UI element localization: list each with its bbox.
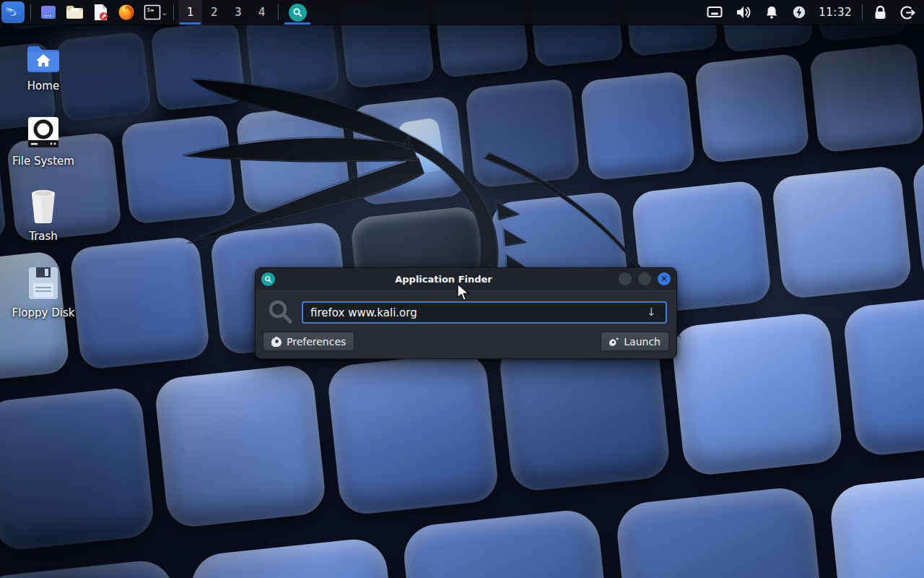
wallpaper-cube (912, 150, 924, 285)
preferences-label: Preferences (287, 336, 346, 348)
close-icon: ✕ (661, 274, 668, 284)
wallpaper-cube (188, 536, 403, 578)
maximize-button[interactable] (638, 272, 651, 285)
trash-can-icon (27, 188, 59, 224)
show-desktop-icon (40, 4, 57, 21)
svg-text:$: $ (147, 7, 151, 13)
text-editor-button[interactable] (88, 0, 113, 25)
power-manager-icon (792, 5, 806, 20)
applications-menu-button[interactable] (0, 0, 26, 25)
logout-icon (900, 5, 915, 20)
panel-separator (173, 4, 174, 20)
desktop-icon-file-system[interactable]: File System (6, 113, 81, 168)
launch-icon (609, 337, 619, 347)
file-manager-icon (66, 4, 84, 20)
network-icon (707, 6, 723, 19)
titlebar[interactable]: Application Finder ✕ (256, 268, 676, 290)
panel-separator (862, 4, 863, 20)
command-input[interactable] (302, 301, 667, 324)
firefox-button[interactable] (113, 0, 139, 25)
launch-label: Launch (624, 336, 661, 348)
dialog-body: ↓ Preferences Launch (256, 290, 676, 359)
volume-tray-button[interactable] (729, 0, 758, 25)
application-finder-window: Application Finder ✕ ↓ Preferences (255, 267, 677, 359)
workspace-label: 3 (235, 6, 242, 19)
workspace-button-2[interactable]: 2 (202, 0, 226, 25)
home-folder-icon (26, 38, 61, 74)
gear-icon (271, 336, 282, 347)
active-task-indicator (284, 22, 310, 25)
wallpaper-cube (809, 43, 924, 153)
file-manager-button[interactable] (61, 0, 88, 25)
active-workspace-indicator (180, 22, 201, 25)
close-button[interactable]: ✕ (658, 272, 671, 285)
desktop-icon-label: File System (12, 155, 74, 168)
preferences-button[interactable]: Preferences (263, 332, 354, 351)
lock-screen-button[interactable] (867, 0, 894, 25)
logout-button[interactable] (894, 0, 924, 25)
desktop-icon-floppy-disk[interactable]: Floppy Disk (6, 264, 81, 319)
workspace-label: 2 (211, 6, 218, 19)
terminal-icon: $ (144, 4, 161, 21)
terminal-dropdown-button[interactable]: ⌄ (161, 0, 169, 25)
kali-desktop: Home File System Trash (0, 0, 924, 578)
text-editor-icon (92, 4, 109, 21)
kali-menu-icon (1, 1, 25, 23)
clock-time: 11:32 (819, 6, 852, 19)
app-finder-icon (289, 4, 307, 22)
panel-separator (30, 4, 31, 20)
taskbar-app-finder-button[interactable] (283, 0, 312, 25)
wallpaper-cube (401, 507, 615, 578)
wallpaper-cube (614, 485, 829, 578)
wallpaper-cube (828, 467, 924, 578)
desktop-icon-label: Home (27, 79, 59, 92)
launch-button[interactable]: Launch (601, 332, 669, 351)
desktop-icon-label: Floppy Disk (12, 306, 75, 319)
wallpaper-cube (842, 292, 924, 457)
desktop-icon-trash[interactable]: Trash (6, 188, 81, 243)
wallpaper-cube (0, 558, 190, 578)
panel-separator (278, 4, 279, 20)
wallpaper-cube (694, 53, 810, 163)
chevron-down-icon: ⌄ (161, 8, 167, 17)
volume-icon (736, 5, 751, 20)
window-app-finder-icon (261, 272, 275, 286)
wallpaper-cube (670, 311, 844, 477)
firefox-icon (118, 4, 135, 21)
top-panel: $ ⌄ 1 2 3 4 (0, 0, 924, 25)
desktop-icon-label: Trash (29, 230, 58, 243)
hard-drive-icon (27, 113, 60, 149)
wallpaper-cube (771, 165, 912, 299)
notifications-tray-button[interactable] (758, 0, 785, 25)
wallpaper-cube (0, 386, 156, 551)
workspace-button-1[interactable]: 1 (178, 0, 202, 25)
minimize-button[interactable] (619, 272, 632, 285)
workspace-button-3[interactable]: 3 (226, 0, 250, 25)
clock[interactable]: 11:32 (813, 0, 858, 25)
power-manager-tray-button[interactable] (785, 0, 813, 25)
show-desktop-button[interactable] (35, 0, 61, 25)
floppy-disk-icon (27, 264, 59, 301)
desktop-icon-home[interactable]: Home (6, 38, 81, 92)
window-title: Application Finder (275, 274, 612, 285)
workspace-label: 1 (187, 6, 194, 19)
lock-icon (873, 5, 887, 20)
search-icon (267, 298, 293, 324)
workspace-label: 4 (258, 6, 266, 19)
bell-icon (764, 5, 779, 20)
workspace-button-4[interactable]: 4 (250, 0, 274, 25)
terminal-button[interactable]: $ (139, 0, 162, 25)
dropdown-arrow-icon[interactable]: ↓ (647, 306, 656, 319)
network-tray-button[interactable] (700, 0, 729, 25)
